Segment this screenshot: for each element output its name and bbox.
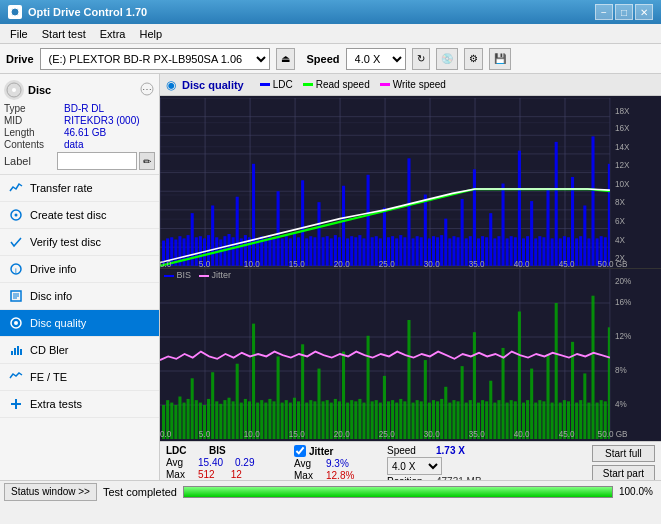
chart-bottom-svg: 20% 16% 12% 8% 4% 0.0 5.0 10.0 15.0 20.0… (160, 269, 661, 439)
svg-rect-246 (399, 399, 402, 439)
svg-text:i: i (15, 266, 17, 275)
svg-text:5.0: 5.0 (199, 259, 211, 268)
svg-rect-257 (444, 387, 447, 439)
app-title: Opti Drive Control 1.70 (28, 6, 147, 18)
nav-verify-test-disc-label: Verify test disc (30, 236, 101, 248)
svg-rect-275 (518, 312, 521, 440)
nav-disc-info[interactable]: Disc info (0, 283, 159, 310)
svg-rect-280 (538, 400, 541, 439)
label-input[interactable] (57, 152, 137, 170)
svg-rect-226 (317, 369, 320, 439)
nav-drive-info-label: Drive info (30, 263, 76, 275)
svg-rect-145 (579, 236, 582, 266)
svg-rect-49 (187, 235, 190, 266)
svg-text:25.0: 25.0 (379, 428, 395, 439)
disc-options-button[interactable]: ⋯ (139, 81, 155, 99)
nav-transfer-rate[interactable]: Transfer rate (0, 175, 159, 202)
drive-selector[interactable]: (E:) PLEXTOR BD-R PX-LB950SA 1.06 (40, 48, 270, 70)
menu-start-test[interactable]: Start test (36, 27, 92, 41)
svg-rect-101 (399, 235, 402, 266)
menu-file[interactable]: File (4, 27, 34, 41)
svg-rect-224 (309, 400, 312, 439)
svg-rect-222 (301, 344, 304, 439)
nav-create-test-disc[interactable]: Create test disc (0, 202, 159, 229)
svg-rect-193 (182, 403, 185, 439)
nav-verify-test-disc[interactable]: Verify test disc (0, 229, 159, 256)
svg-text:5.0: 5.0 (199, 428, 210, 439)
menu-extra[interactable]: Extra (94, 27, 132, 41)
mid-label: MID (4, 115, 64, 126)
svg-rect-77 (301, 180, 304, 266)
label-edit-button[interactable]: ✏ (139, 152, 155, 170)
svg-point-6 (15, 214, 18, 217)
bis-header: BIS (209, 445, 226, 456)
menu-help[interactable]: Help (133, 27, 168, 41)
eject-button[interactable]: ⏏ (276, 48, 295, 70)
svg-rect-227 (322, 401, 325, 439)
svg-rect-17 (17, 346, 19, 355)
svg-rect-138 (551, 238, 554, 265)
svg-text:50.0 GB: 50.0 GB (598, 259, 628, 268)
legend-write-speed-label: Write speed (393, 79, 446, 90)
svg-rect-218 (285, 400, 288, 439)
close-button[interactable]: ✕ (635, 4, 653, 20)
svg-rect-290 (579, 400, 582, 439)
save-button[interactable]: 💾 (489, 48, 511, 70)
svg-rect-81 (317, 202, 320, 266)
svg-rect-195 (191, 378, 194, 439)
svg-rect-139 (555, 142, 558, 266)
svg-rect-216 (277, 356, 280, 439)
svg-text:15.0: 15.0 (289, 259, 305, 268)
nav-disc-quality[interactable]: Disc quality (0, 310, 159, 337)
svg-rect-196 (195, 400, 198, 439)
svg-text:0.0: 0.0 (160, 259, 172, 268)
svg-rect-272 (506, 403, 509, 439)
svg-rect-223 (305, 403, 308, 439)
nav-drive-info[interactable]: i Drive info (0, 256, 159, 283)
nav-fe-te[interactable]: FE / TE (0, 364, 159, 391)
max-ldc: 512 (198, 469, 215, 480)
svg-rect-248 (407, 320, 410, 439)
svg-text:10.0: 10.0 (244, 259, 260, 268)
maximize-button[interactable]: □ (615, 4, 633, 20)
bis-jitter-legend: BIS Jitter (164, 270, 231, 280)
nav-extra-tests[interactable]: Extra tests (0, 391, 159, 418)
window-controls[interactable]: − □ ✕ (595, 4, 653, 20)
svg-rect-87 (342, 186, 345, 266)
transfer-rate-icon (8, 180, 24, 196)
status-window-button[interactable]: Status window >> (4, 483, 97, 501)
nav-cd-bler[interactable]: CD Bler (0, 337, 159, 364)
settings-button[interactable]: ⚙ (464, 48, 483, 70)
svg-rect-267 (485, 401, 488, 439)
svg-rect-279 (534, 403, 537, 439)
svg-rect-119 (473, 169, 476, 266)
disc-quality-icon (8, 315, 24, 331)
svg-rect-236 (358, 399, 361, 439)
svg-text:20%: 20% (615, 275, 631, 286)
svg-rect-251 (420, 401, 423, 439)
svg-text:16%: 16% (615, 297, 631, 308)
jitter-checkbox[interactable] (294, 445, 306, 457)
start-full-button[interactable]: Start full (592, 445, 655, 462)
svg-text:45.0: 45.0 (559, 428, 575, 439)
svg-rect-284 (555, 303, 558, 439)
progress-bar-fill (184, 487, 612, 497)
svg-rect-89 (350, 236, 353, 266)
svg-text:8X: 8X (615, 197, 625, 207)
chart-bottom: BIS Jitter (160, 269, 661, 439)
disc-section: Disc ⋯ Type BD-R DL MID RITEKDR3 (000) L… (0, 74, 159, 175)
speed-max-selector[interactable]: 4.0 X (387, 457, 442, 475)
svg-text:20.0: 20.0 (334, 428, 350, 439)
svg-text:8%: 8% (615, 365, 627, 376)
disc-button[interactable]: 💿 (436, 48, 458, 70)
speed-selector[interactable]: 4.0 X 1.0 X 2.0 X 6.0 X 8.0 X (346, 48, 406, 70)
nav-create-test-disc-label: Create test disc (30, 209, 106, 221)
status-text: Test completed (103, 486, 177, 498)
nav-disc-info-label: Disc info (30, 290, 72, 302)
refresh-button[interactable]: ↻ (412, 48, 430, 70)
minimize-button[interactable]: − (595, 4, 613, 20)
avg-ldc: 15.40 (198, 457, 223, 468)
svg-rect-152 (608, 164, 610, 266)
svg-rect-78 (305, 238, 308, 265)
svg-rect-291 (583, 373, 586, 439)
